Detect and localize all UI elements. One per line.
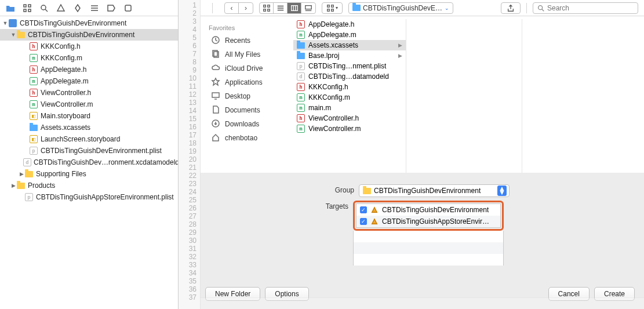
issue-navigator-icon[interactable]: [56, 3, 66, 13]
favorite-label: Downloads: [225, 120, 259, 128]
breakpoint-navigator-icon[interactable]: [107, 3, 116, 13]
forward-button[interactable]: ›: [239, 3, 253, 13]
report-navigator-icon[interactable]: [123, 3, 133, 13]
svg-rect-0: [24, 5, 26, 7]
path-dropdown[interactable]: CBTDisTingGuishDevE… ⌄: [348, 2, 453, 14]
app-icon: [370, 206, 379, 214]
svg-rect-25: [212, 93, 219, 97]
targets-list[interactable]: ✓CBTDisTingGuishDevEnvironment✓CBTDisTin…: [356, 203, 501, 228]
target-label: CBTDisTingGuishAppStoreEnvir…: [382, 217, 489, 226]
products-folder[interactable]: ▶ Products: [0, 180, 178, 191]
options-sheet: Group CBTDisTingGuishDevEnvironment ▲▼ T…: [201, 173, 644, 309]
chevron-down-icon: ⌄: [445, 5, 449, 11]
nav-file[interactable]: mViewController.m: [0, 99, 178, 110]
nav-file[interactable]: ◧Main.storyboard: [0, 110, 178, 122]
editor-area: 1234567891011121314151617181920212223242…: [179, 0, 644, 309]
file-item[interactable]: hAppDelegate.h: [293, 19, 406, 30]
nav-file-label: CBTDisTingGuishDevEnvironment.plist: [41, 147, 162, 155]
file-item-label: CBTDisTing…nment.plist: [308, 62, 406, 70]
search-field[interactable]: [533, 2, 638, 14]
file-item[interactable]: mmain.m: [293, 103, 406, 113]
nav-file-label: ViewController.m: [41, 100, 93, 108]
arrange-button[interactable]: ▾: [322, 3, 342, 13]
svg-rect-5: [125, 5, 131, 11]
list-view-button[interactable]: [274, 3, 288, 13]
file-tree[interactable]: ▼ CBTDisTingGuishDevEnvironment ▼ CBTDis…: [0, 16, 178, 309]
group-folder[interactable]: ▼ CBTDisTingGuishDevEnvironment: [0, 29, 178, 41]
column-view-button[interactable]: [288, 3, 301, 13]
file-item[interactable]: mKKKConfig.m: [293, 92, 406, 103]
nav-file-label: Main.storyboard: [41, 112, 90, 120]
nav-file[interactable]: pCBTDisTingGuishDevEnvironment.plist: [0, 145, 178, 157]
project-root[interactable]: ▼ CBTDisTingGuishDevEnvironment: [0, 17, 178, 29]
favorites-item[interactable]: Recents: [201, 34, 293, 48]
favorite-label: Documents: [225, 106, 260, 114]
test-navigator-icon[interactable]: [73, 3, 82, 13]
group-folder-label: CBTDisTingGuishDevEnvironment: [28, 31, 134, 39]
svg-rect-15: [291, 5, 297, 10]
svg-point-4: [41, 5, 46, 10]
icon-view-button[interactable]: [260, 3, 274, 13]
back-button[interactable]: ‹: [225, 3, 239, 13]
file-item[interactable]: Base.lproj▶: [293, 50, 406, 61]
target-checkbox[interactable]: ✓: [360, 218, 367, 225]
targets-row: Targets ✓CBTDisTingGuishDevEnvironment✓C…: [319, 201, 504, 266]
nav-file[interactable]: mAppDelegate.m: [0, 75, 178, 87]
file-item[interactable]: mAppDelegate.m: [293, 30, 406, 40]
file-item[interactable]: hViewController.h: [293, 113, 406, 123]
group-select[interactable]: CBTDisTingGuishDevEnvironment ▲▼: [359, 184, 510, 197]
favorites-item[interactable]: All My Files: [201, 48, 293, 61]
file-item-label: ViewController.h: [308, 114, 406, 122]
debug-navigator-icon[interactable]: [90, 3, 99, 13]
svg-rect-12: [267, 5, 270, 7]
favorites-item[interactable]: Documents: [201, 103, 293, 117]
file-item-label: AppDelegate.h: [308, 20, 406, 28]
nav-file-label: CBTDisTingGuishDev…ronment.xcdatamodeld: [34, 158, 178, 166]
extra-plist-file[interactable]: p CBTDisTingGuishAppStoreEnvironment.pli…: [0, 191, 178, 203]
nav-file-label: KKKConfig.h: [41, 42, 81, 50]
gallery-view-button[interactable]: [301, 3, 315, 13]
targets-label: Targets: [319, 201, 348, 210]
file-item[interactable]: pCBTDisTing…nment.plist: [293, 61, 406, 71]
arrange-menu[interactable]: ▾: [322, 2, 343, 14]
svg-rect-1: [28, 5, 31, 7]
target-row[interactable]: ✓CBTDisTingGuishDevEnvironment: [356, 204, 500, 216]
nav-file[interactable]: hAppDelegate.h: [0, 64, 178, 75]
file-item[interactable]: mViewController.m: [293, 123, 406, 134]
file-item[interactable]: dCBTDisTing…datamodeld: [293, 71, 406, 82]
favorites-item[interactable]: Desktop: [201, 89, 293, 103]
favorite-icon: [211, 49, 220, 60]
path-label: CBTDisTingGuishDevE…: [363, 4, 442, 12]
nav-back-forward[interactable]: ‹ ›: [224, 2, 253, 14]
symbol-navigator-icon[interactable]: [23, 3, 32, 13]
favorites-item[interactable]: Downloads: [201, 117, 293, 131]
favorite-icon: [211, 119, 220, 130]
file-dialog-toolbar: ‹ › ▾ CBTDisTingGuishDevE… ⌄: [201, 0, 644, 16]
svg-rect-13: [263, 9, 265, 11]
search-input[interactable]: [547, 4, 634, 12]
group-value: CBTDisTingGuishDevEnvironment: [374, 187, 494, 195]
folder-navigator-icon[interactable]: [6, 3, 15, 13]
target-row[interactable]: ✓CBTDisTingGuishAppStoreEnvir…: [356, 216, 500, 227]
favorites-item[interactable]: chenbotao: [201, 131, 293, 145]
nav-file[interactable]: ◧LaunchScreen.storyboard: [0, 133, 178, 145]
target-checkbox[interactable]: ✓: [360, 206, 367, 213]
favorites-item[interactable]: iCloud Drive: [201, 61, 293, 75]
favorites-item[interactable]: Applications: [201, 75, 293, 89]
favorite-label: Recents: [225, 37, 250, 45]
view-mode-segmented[interactable]: [259, 2, 316, 14]
nav-file-label: Assets.xcassets: [41, 123, 90, 132]
nav-file[interactable]: dCBTDisTingGuishDev…ronment.xcdatamodeld: [0, 157, 178, 168]
file-item[interactable]: hKKKConfig.h: [293, 82, 406, 92]
search-navigator-icon[interactable]: [39, 3, 49, 13]
share-button[interactable]: [501, 2, 521, 14]
file-item-label: Base.lproj: [308, 52, 406, 60]
favorite-label: iCloud Drive: [225, 64, 263, 72]
supporting-files-folder[interactable]: ▶ Supporting Files: [0, 168, 178, 180]
nav-file[interactable]: hViewController.h: [0, 87, 178, 99]
file-item[interactable]: Assets.xcassets▶: [293, 40, 406, 50]
nav-file[interactable]: hKKKConfig.h: [0, 41, 178, 52]
nav-file[interactable]: mKKKConfig.m: [0, 52, 178, 64]
nav-file[interactable]: Assets.xcassets: [0, 122, 178, 133]
favorite-icon: [211, 105, 220, 116]
